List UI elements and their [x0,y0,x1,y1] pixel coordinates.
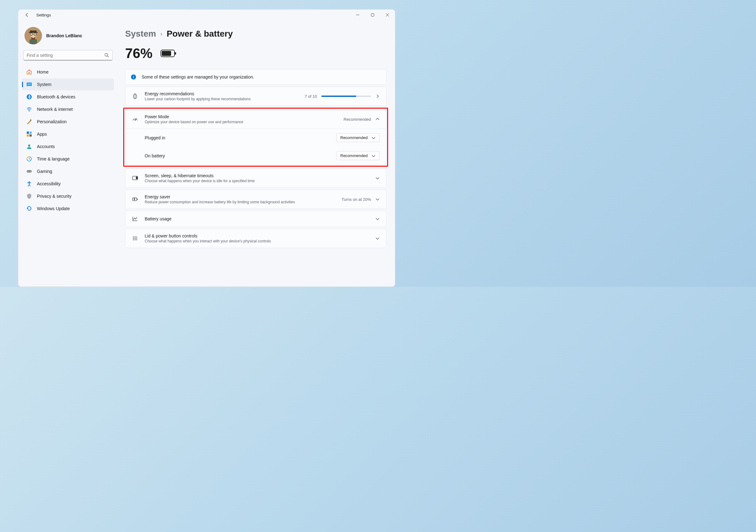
svg-rect-12 [27,83,31,86]
nav-home[interactable]: Home [22,66,114,78]
energy-saver-row[interactable]: Energy saver Reduce power consumption an… [125,190,386,209]
gaming-icon [26,169,32,174]
lid-controls-row[interactable]: Lid & power button controls Choose what … [125,229,386,248]
svg-rect-19 [30,134,32,137]
nav-label: Bluetooth & devices [37,94,75,99]
main-content: System › Power & battery 76% i Some of t… [118,20,395,286]
card-title: Energy saver [145,194,335,199]
card-title: Battery usage [145,216,369,221]
power-mode-value: Recommended [344,117,371,122]
battery-icon [160,49,177,58]
nav-accounts[interactable]: Accounts [22,141,114,152]
personalization-icon [26,119,32,124]
on-battery-dropdown[interactable]: Recommended [336,151,380,160]
energy-count: 7 of 10 [305,94,317,99]
user-name: Brandon LeBlanc [46,33,82,38]
avatar [24,27,42,44]
screen-icon [132,175,139,182]
window-controls [350,10,395,20]
battery-status: 76% [125,46,386,61]
nav-update[interactable]: Windows Update [22,203,114,214]
minimize-button[interactable] [350,10,365,20]
privacy-icon [26,193,32,199]
nav-accessibility[interactable]: Accessibility [22,178,114,190]
leaf-icon [132,93,139,100]
dropdown-value: Recommended [340,135,367,140]
energy-recommendations-card: Energy recommendations Lower your carbon… [125,87,386,106]
nav-label: Windows Update [37,206,70,211]
gauge-icon [132,116,139,122]
close-button[interactable] [380,10,395,20]
back-button[interactable] [24,12,30,18]
nav-label: Time & language [37,156,69,161]
chevron-down-icon [375,176,380,180]
card-title: Lid & power button controls [145,233,369,238]
card-subtitle: Optimize your device based on power use … [145,120,338,124]
plugged-in-dropdown[interactable]: Recommended [336,133,380,142]
apps-icon [26,131,32,137]
breadcrumb-parent[interactable]: System [125,29,156,39]
breadcrumb-current: Power & battery [167,29,233,39]
nav-gaming[interactable]: Gaming [22,166,114,177]
bluetooth-icon [26,94,32,100]
svg-rect-5 [29,32,38,33]
plugged-in-row: Plugged in Recommended [125,129,386,146]
card-title: Screen, sleep, & hibernate timeouts [145,173,369,178]
nav-bluetooth[interactable]: Bluetooth & devices [22,91,114,103]
svg-point-24 [30,171,31,172]
power-mode-row[interactable]: Power Mode Optimize your device based on… [125,110,386,128]
energy-recommendations-row[interactable]: Energy recommendations Lower your carbon… [125,87,386,106]
svg-point-38 [133,239,134,240]
nav-network[interactable]: Network & internet [22,103,114,115]
plugged-in-label: Plugged in [145,135,165,140]
breadcrumb-separator: › [160,31,162,37]
svg-point-30 [135,120,136,121]
svg-rect-28 [162,51,171,56]
card-subtitle: Lower your carbon footprint by applying … [145,97,298,101]
energy-progress [321,95,371,97]
nav-label: Apps [37,132,47,137]
dropdown-value: Recommended [340,153,367,158]
battery-percent: 76% [125,46,152,61]
controls-icon [132,235,139,242]
user-block[interactable]: Brandon LeBlanc [22,26,114,50]
nav-personalization[interactable]: Personalization [22,116,114,128]
search-icon [104,53,109,58]
breadcrumb: System › Power & battery [125,29,386,39]
battery-usage-card: Battery usage [125,211,386,227]
chevron-down-icon [375,217,380,221]
svg-rect-1 [371,13,374,16]
nav-time[interactable]: Time & language [22,153,114,165]
accessibility-icon [26,181,32,187]
accounts-icon [26,144,32,149]
highlight-annotation: Power Mode Optimize your device based on… [123,108,388,167]
chevron-down-icon [375,236,380,241]
maximize-button[interactable] [365,10,380,20]
search-box[interactable] [23,50,113,61]
settings-window: Settings Brandon LeBlanc Home [18,9,395,287]
svg-point-34 [133,236,134,237]
nav-system[interactable]: System [22,79,114,90]
card-subtitle: Choose what happens when you interact wi… [145,239,369,243]
svg-point-9 [105,53,108,56]
svg-rect-16 [27,132,29,134]
nav-label: Home [37,69,48,74]
time-icon [26,156,32,162]
nav-privacy[interactable]: Privacy & security [22,190,114,202]
nav-label: Accessibility [37,181,61,186]
chevron-up-icon [375,117,380,121]
svg-point-14 [29,111,30,112]
svg-rect-17 [30,132,32,134]
svg-line-10 [107,56,109,57]
search-input[interactable] [27,53,104,58]
svg-rect-22 [27,170,32,173]
chart-icon [132,215,139,222]
power-mode-card: Power Mode Optimize your device based on… [125,110,386,165]
screen-sleep-row[interactable]: Screen, sleep, & hibernate timeouts Choo… [125,169,386,187]
nav-label: Personalization [37,119,67,124]
nav-apps[interactable]: Apps [22,128,114,140]
card-subtitle: Reduce power consumption and increase ba… [145,200,335,204]
nav-label: Privacy & security [37,194,71,199]
home-icon [26,69,32,75]
battery-usage-row[interactable]: Battery usage [125,211,386,226]
